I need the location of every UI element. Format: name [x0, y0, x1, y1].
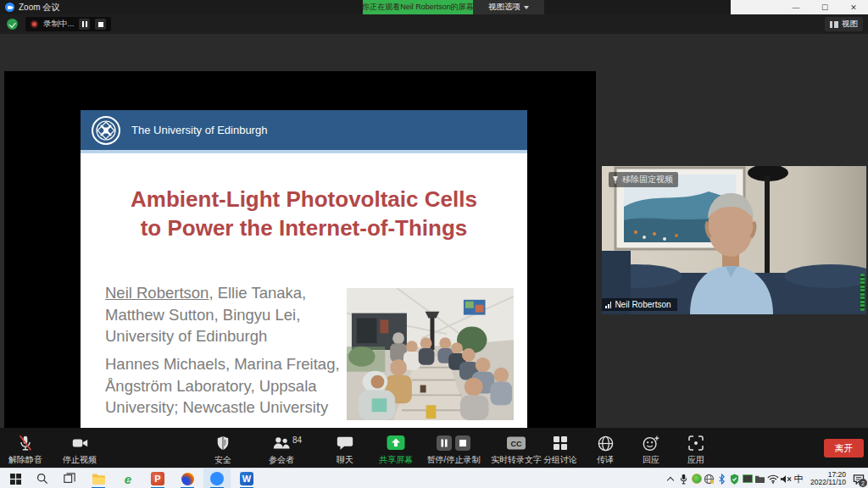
system-tray: 中 17:20 2022/11/10 2 [665, 469, 868, 488]
windows-logo-icon [10, 474, 21, 485]
svg-text:CC: CC [511, 440, 522, 448]
zoom-app-icon [5, 3, 14, 12]
meeting-stage: The University of Edinburgh Ambient-Ligh… [0, 34, 868, 428]
leave-button[interactable]: 离开 [824, 439, 864, 458]
author2-line2: Ångström Laboratory, Uppsala [105, 375, 340, 397]
tray-antivirus-icon[interactable] [690, 469, 703, 488]
app-title: Zoom 会议 [19, 2, 59, 14]
slide-title-line2: to Power the Internet-of-Things [81, 214, 527, 242]
share-screen-icon [386, 434, 406, 452]
author-line1-rest: , Ellie Tanaka, [209, 284, 306, 302]
author2-line3: University; Newcastle University [105, 396, 340, 419]
tray-security-shield-icon[interactable] [728, 469, 741, 488]
tray-network-globe-icon[interactable] [703, 469, 715, 488]
apps-label: 应用 [658, 454, 734, 466]
tray-microphone-icon[interactable] [677, 469, 690, 488]
stop-video-label: 停止视频 [42, 454, 118, 466]
taskbar-file-explorer[interactable] [85, 469, 112, 488]
tray-gpu-icon[interactable] [741, 469, 754, 488]
tray-volume-muted-icon[interactable] [779, 469, 792, 488]
zoom-meeting-window: Zoom 会议 你正在观看Neil Robertson的屏幕 视图选项 — ☐ … [0, 0, 868, 488]
notification-badge: 2 [859, 479, 867, 487]
encryption-shield-icon[interactable] [7, 19, 18, 30]
action-center-button[interactable]: 2 [849, 469, 868, 488]
taskbar-internet-explorer[interactable]: e [114, 469, 142, 488]
title-bar: Zoom 会议 你正在观看Neil Robertson的屏幕 视图选项 — ☐ … [0, 0, 868, 14]
pause-recording-icon[interactable] [79, 19, 90, 30]
view-options-label: 视图选项 [488, 2, 520, 13]
close-button[interactable]: ✕ [839, 0, 868, 14]
recording-dot-icon [31, 20, 38, 28]
taskbar-powerpoint[interactable]: P [144, 469, 171, 488]
mic-muted-icon [16, 434, 35, 452]
firefox-icon [181, 473, 194, 485]
remove-pin-label: 移除固定视频 [622, 174, 673, 186]
slide-title-line1: Ambient-Light Photovoltaic Cells [81, 185, 527, 214]
chevron-up-icon [668, 476, 674, 482]
university-name: The University of Edinburgh [131, 124, 267, 136]
ie-icon: e [125, 473, 131, 485]
powerpoint-icon: P [151, 472, 164, 485]
minimize-button[interactable]: — [782, 0, 810, 14]
slide-authors-group1: Neil Robertson, Ellie Tanaka, Matthew Su… [105, 282, 306, 347]
chevron-down-icon [524, 6, 529, 9]
clock-date: 2022/11/10 [805, 479, 846, 487]
chat-icon [336, 434, 354, 452]
participant-video-tile: 移除固定视频 Neil Robertson [602, 166, 866, 314]
window-controls: — ☐ ✕ [782, 0, 868, 14]
author-name-underlined: Neil Robertson [105, 284, 209, 302]
task-view-button[interactable] [56, 469, 83, 488]
pin-icon [612, 175, 619, 184]
view-options-button[interactable]: 视图选项 [473, 0, 544, 14]
start-button[interactable] [2, 469, 29, 488]
meeting-info-bar: 录制中... 视图 [0, 14, 868, 34]
taskbar-word[interactable]: W [233, 469, 260, 488]
view-layout-label: 视图 [842, 19, 858, 30]
group-photo [347, 288, 514, 420]
layout-grid-icon [830, 21, 838, 28]
apps-icon [687, 435, 704, 452]
ime-indicator[interactable]: 中 [792, 473, 805, 485]
author-line2: Matthew Sutton, Bingyu Lei, [105, 304, 306, 326]
file-explorer-icon [92, 473, 106, 485]
author2-line1: Hannes Michaels, Marina Freitag, [105, 353, 340, 375]
presentation-slide: The University of Edinburgh Ambient-Ligh… [81, 110, 527, 441]
task-view-icon [64, 473, 75, 485]
search-icon [36, 473, 48, 485]
shared-screen-region: The University of Edinburgh Ambient-Ligh… [4, 71, 596, 428]
participant-video-frame [602, 166, 866, 314]
maximize-button[interactable]: ☐ [810, 0, 839, 14]
participant-name: Neil Robertson [615, 300, 670, 309]
zoom-taskbar-icon [210, 472, 224, 485]
slide-header-divider [81, 150, 527, 153]
taskbar-clock[interactable]: 17:20 2022/11/10 [805, 471, 849, 487]
zoom-control-toolbar: 解除静音 停止视频 安全 84 参会者 聊天 共享屏幕 [0, 428, 868, 468]
recording-indicator: 录制中... [25, 17, 111, 31]
windows-taskbar: e P W [0, 468, 868, 488]
stop-recording-icon[interactable] [95, 19, 106, 30]
tray-bluetooth-icon[interactable] [715, 469, 728, 488]
view-layout-button[interactable]: 视图 [825, 17, 863, 31]
apps-button[interactable]: 应用 [658, 434, 734, 466]
university-crest-icon [91, 115, 121, 146]
tray-wifi-icon[interactable] [766, 469, 779, 488]
audio-level-meter [860, 274, 865, 311]
author-line3: University of Edinburgh [105, 325, 306, 347]
camera-icon [70, 434, 90, 452]
taskbar-firefox[interactable] [174, 469, 201, 488]
shield-icon [214, 434, 231, 452]
taskbar-zoom[interactable] [203, 469, 231, 488]
breakout-grid-icon [552, 435, 569, 452]
word-icon: W [240, 472, 253, 485]
viewing-screen-banner: 你正在观看Neil Robertson的屏幕 [363, 0, 473, 14]
slide-header-banner: The University of Edinburgh [81, 110, 527, 150]
tray-expand-button[interactable] [665, 469, 677, 488]
slide-authors-group2: Hannes Michaels, Marina Freitag, Ångströ… [105, 353, 340, 419]
taskbar-search-button[interactable] [29, 469, 56, 488]
remove-pin-button[interactable]: 移除固定视频 [609, 172, 678, 187]
participants-icon [270, 434, 292, 452]
participants-count: 84 [292, 435, 302, 445]
stop-video-button[interactable]: 停止视频 [42, 434, 118, 466]
participant-name-label: Neil Robertson [602, 298, 677, 311]
tray-app-icon[interactable] [754, 469, 766, 488]
